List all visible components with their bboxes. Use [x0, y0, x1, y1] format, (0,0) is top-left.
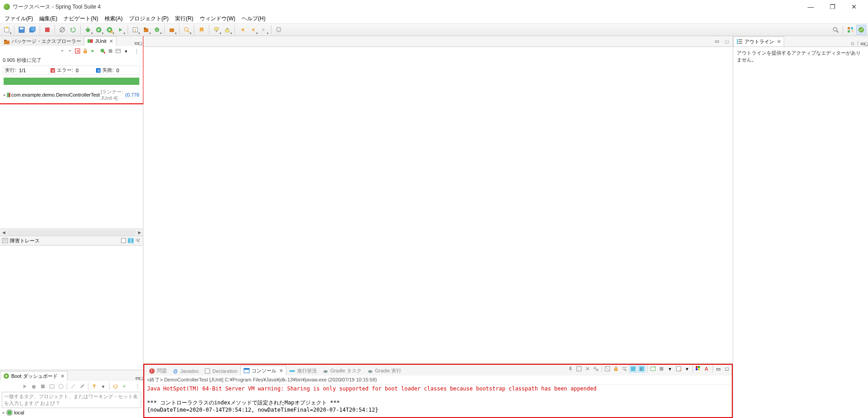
new-java-button[interactable]: J — [130, 25, 140, 35]
tab-outline-close[interactable]: ✕ — [777, 39, 781, 45]
tab-boot-close[interactable]: ✕ — [60, 373, 64, 379]
prev-annotation-button[interactable] — [222, 25, 232, 35]
tab-gradle-tasks[interactable]: Gradle タスク — [320, 366, 364, 376]
debug-button[interactable] — [83, 25, 93, 35]
tab-outline[interactable]: アウトライン ✕ — [733, 37, 784, 46]
junit-rerun-failed-icon[interactable] — [99, 47, 106, 55]
boot-refresh-button[interactable] — [111, 382, 119, 390]
quick-access-button[interactable] — [831, 25, 840, 35]
junit-stop-icon[interactable] — [107, 47, 114, 55]
new-class-button[interactable]: C — [152, 25, 162, 35]
run-button[interactable] — [94, 25, 104, 35]
console-maximize-button[interactable]: □ — [723, 365, 731, 373]
new-package-button[interactable] — [141, 25, 151, 35]
tab-junit[interactable]: JUnit ✕ — [84, 36, 116, 46]
boot-filter-button[interactable] — [90, 382, 98, 390]
boot-add-button[interactable]: + — [120, 382, 129, 390]
trace-wrap-button[interactable] — [135, 237, 141, 244]
junit-test-row[interactable]: ▸ com.example.demo.DemoControllerTest [ラ… — [1, 87, 142, 102]
console-display-selected-button[interactable]: ▾ — [666, 365, 674, 373]
console-ansi-a-button[interactable]: A — [703, 365, 711, 373]
tab-boot-dashboard[interactable]: Boot ダッシュボード ✕ — [0, 371, 68, 381]
junit-menu-icon[interactable]: ⋮ — [133, 47, 140, 55]
next-annotation-button[interactable] — [211, 25, 221, 35]
toggle-mark-button[interactable] — [197, 25, 207, 35]
junit-scroll-lock-icon[interactable] — [82, 47, 89, 55]
trace-compare-button[interactable] — [128, 237, 134, 244]
trace-filter-button[interactable] — [120, 237, 127, 244]
spring-perspective-button[interactable] — [856, 25, 866, 35]
menu-edit[interactable]: 編集(E) — [37, 14, 60, 23]
save-all-button[interactable] — [28, 25, 37, 35]
boot-search-input[interactable]: 一致するタグ、プロジェクト、またはワーキング・セット名を入力します (* および… — [2, 392, 141, 408]
boot-start-button[interactable] — [21, 382, 29, 390]
open-perspective-button[interactable]: + — [845, 25, 855, 35]
skip-breakpoints-button[interactable] — [57, 25, 67, 35]
tab-package-explorer[interactable]: パッケージ・エクスプローラー — [1, 36, 84, 46]
boot-edit-button[interactable] — [78, 382, 86, 390]
boot-debug-button[interactable] — [30, 382, 38, 390]
junit-history-icon[interactable] — [115, 47, 122, 55]
boot-open-browser-button[interactable] — [57, 382, 65, 390]
tab-gradle-exec[interactable]: Gradle 実行 — [364, 366, 404, 376]
boot-devtools-button[interactable] — [69, 382, 77, 390]
open-type-button[interactable] — [167, 25, 177, 35]
junit-h-scrollbar[interactable]: ◀ ▶ — [0, 228, 143, 236]
tab-progress[interactable]: 進行状況 — [286, 366, 320, 376]
pin-editor-button[interactable] — [274, 25, 284, 35]
outline-link-button[interactable] — [850, 41, 855, 46]
console-terminate-button[interactable] — [657, 365, 666, 373]
boot-local-row[interactable]: ▸ local — [0, 410, 143, 418]
twisty-icon[interactable]: ▸ — [3, 410, 5, 415]
outline-menu-button[interactable]: ⋮ — [855, 41, 860, 46]
console-body[interactable]: Java HotSpot(TM) 64-Bit Server VM warnin… — [144, 385, 732, 417]
tab-declaration[interactable]: Declaration — [202, 366, 240, 376]
outline-minimize-button[interactable]: ▭ — [860, 41, 865, 46]
console-scroll-lock-button[interactable] — [612, 365, 620, 373]
menu-navigate[interactable]: ナビゲート(N) — [61, 14, 101, 23]
console-remove-all-button[interactable]: ✕✕ — [592, 365, 600, 373]
editor-minimize-button[interactable]: ▭ — [713, 37, 721, 46]
boot-stop-button[interactable] — [39, 382, 47, 390]
scroll-left-icon[interactable]: ◀ — [0, 230, 7, 235]
save-button[interactable] — [17, 25, 27, 35]
console-open-button[interactable] — [649, 365, 657, 373]
junit-rerun-icon[interactable] — [89, 47, 96, 55]
junit-show-failures-icon[interactable]: ✕ — [74, 47, 81, 55]
twisty-icon[interactable]: ▸ — [4, 93, 6, 97]
editor-maximize-button[interactable]: □ — [723, 37, 731, 46]
junit-view-menu-icon[interactable]: ▾ — [122, 47, 129, 55]
boot-maximize-button[interactable]: □ — [140, 376, 143, 381]
back-button[interactable] — [248, 25, 258, 35]
scroll-right-icon[interactable]: ▶ — [136, 230, 143, 235]
forward-button[interactable] — [259, 25, 269, 35]
tab-console-close[interactable]: ✕ — [279, 368, 283, 374]
tab-console[interactable]: コンソール ✕ — [240, 366, 286, 376]
view-maximize-button[interactable]: □ — [139, 41, 142, 46]
outline-maximize-button[interactable]: □ — [865, 41, 868, 46]
coverage-button[interactable] — [105, 25, 115, 35]
console-minimize-button[interactable]: ▭ — [714, 365, 722, 373]
relaunch-button[interactable] — [68, 25, 78, 35]
close-button[interactable]: ✕ — [844, 0, 864, 14]
console-new-button[interactable]: + — [675, 365, 683, 373]
last-edit-button[interactable] — [237, 25, 247, 35]
console-show-stderr-button[interactable]: ! — [638, 365, 646, 373]
new-button[interactable] — [2, 25, 12, 35]
run-last-button[interactable] — [115, 25, 125, 35]
boot-open-console-button[interactable] — [48, 382, 56, 390]
console-clear-button[interactable] — [603, 365, 611, 373]
search-button[interactable] — [182, 25, 192, 35]
minimize-button[interactable]: — — [800, 0, 821, 14]
menu-run[interactable]: 実行(R) — [172, 14, 196, 23]
boot-minimize-button[interactable]: ▭ — [135, 375, 140, 381]
junit-next-failure-icon[interactable] — [66, 47, 73, 55]
junit-prev-failure-icon[interactable] — [59, 47, 66, 55]
maximize-button[interactable]: ❐ — [822, 0, 843, 14]
console-show-on-output-button[interactable] — [575, 365, 583, 373]
console-pin-button[interactable] — [566, 365, 574, 373]
console-remove-button[interactable]: ✕ — [583, 365, 592, 373]
boot-menu-button[interactable]: ⋮ — [133, 382, 141, 390]
console-ansi-button[interactable] — [694, 365, 703, 373]
menu-project[interactable]: プロジェクト(P) — [126, 14, 171, 23]
